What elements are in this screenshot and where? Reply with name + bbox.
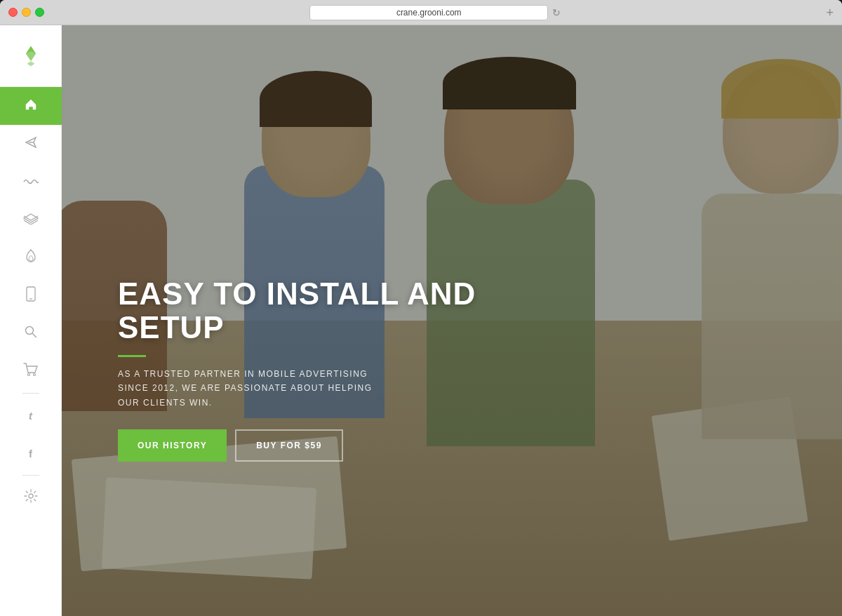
svg-point-10 bbox=[29, 494, 33, 498]
close-button[interactable] bbox=[8, 8, 18, 17]
sidebar-divider-2 bbox=[22, 475, 39, 476]
maximize-button[interactable] bbox=[35, 8, 44, 17]
sidebar-item-send[interactable] bbox=[0, 125, 62, 163]
hero-subtitle: AS A TRUSTED PARTNER IN MOBILE ADVERTISI… bbox=[118, 367, 385, 410]
address-bar: crane.grooni.com ↻ bbox=[86, 5, 784, 20]
svg-point-6 bbox=[25, 326, 33, 334]
buy-now-button[interactable]: BUY FOR $59 bbox=[235, 429, 343, 462]
sidebar-item-cart[interactable] bbox=[0, 352, 62, 390]
browser-window: crane.grooni.com ↻ + bbox=[0, 0, 842, 616]
minimize-button[interactable] bbox=[22, 8, 31, 17]
browser-titlebar: crane.grooni.com ↻ + bbox=[0, 0, 842, 25]
sidebar-item-twitter[interactable]: t bbox=[0, 396, 62, 434]
phone-icon bbox=[26, 286, 36, 305]
sidebar-nav: t f bbox=[0, 87, 61, 516]
twitter-icon: t bbox=[29, 410, 32, 422]
url-input[interactable]: crane.grooni.com bbox=[309, 5, 548, 20]
svg-line-7 bbox=[32, 333, 36, 337]
traffic-lights bbox=[8, 8, 44, 17]
cart-icon bbox=[23, 363, 39, 380]
fire-icon bbox=[25, 249, 36, 267]
browser-content: t f bbox=[0, 25, 842, 616]
facebook-icon: f bbox=[29, 448, 32, 460]
paper-plane-icon bbox=[24, 135, 38, 153]
sidebar-item-search[interactable] bbox=[0, 314, 62, 352]
sidebar-item-settings[interactable] bbox=[0, 478, 62, 516]
sidebar-item-facebook[interactable]: f bbox=[0, 434, 62, 472]
hero-buttons: OUR HISTORY BUY FOR $59 bbox=[118, 429, 539, 462]
hero-accent-divider bbox=[118, 355, 146, 357]
sidebar-item-wave[interactable] bbox=[0, 163, 62, 201]
our-history-button[interactable]: OUR HISTORY bbox=[118, 429, 227, 462]
url-text: crane.grooni.com bbox=[396, 8, 462, 18]
home-icon bbox=[24, 98, 38, 115]
wave-icon bbox=[23, 175, 39, 189]
logo-icon bbox=[18, 43, 44, 69]
hero-title: EASY TO INSTALL AND SETUP bbox=[118, 277, 539, 345]
sidebar-logo[interactable] bbox=[0, 25, 62, 87]
layers-icon bbox=[23, 212, 39, 228]
hero-section: EASY TO INSTALL AND SETUP AS A TRUSTED P… bbox=[62, 25, 842, 616]
new-tab-button[interactable]: + bbox=[826, 6, 834, 19]
sidebar-item-layers[interactable] bbox=[0, 201, 62, 239]
hero-content: EASY TO INSTALL AND SETUP AS A TRUSTED P… bbox=[118, 277, 539, 462]
search-icon bbox=[24, 325, 38, 342]
sidebar: t f bbox=[0, 25, 62, 616]
settings-icon bbox=[24, 489, 38, 507]
sidebar-item-fire[interactable] bbox=[0, 239, 62, 276]
svg-point-8 bbox=[27, 373, 29, 375]
reload-button[interactable]: ↻ bbox=[552, 7, 561, 18]
svg-point-9 bbox=[33, 373, 35, 375]
svg-marker-2 bbox=[27, 61, 34, 66]
sidebar-item-phone[interactable] bbox=[0, 276, 62, 314]
sidebar-item-home[interactable] bbox=[0, 87, 62, 125]
svg-marker-1 bbox=[25, 51, 35, 61]
sidebar-divider bbox=[22, 393, 39, 394]
